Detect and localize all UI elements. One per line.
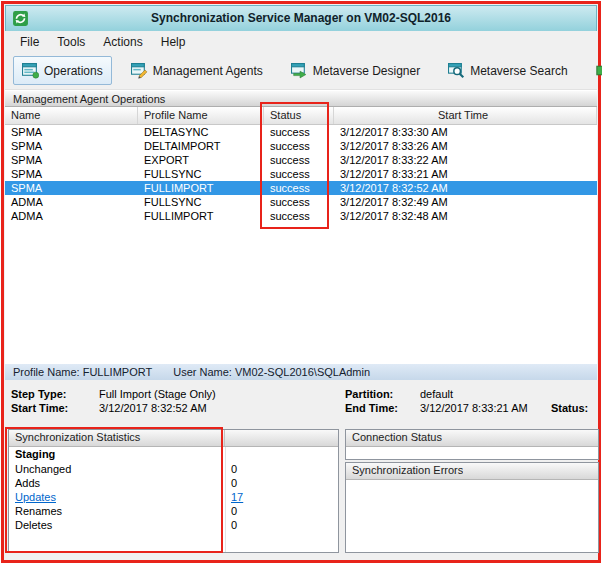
app-window: Synchronization Service Manager on VM02-… (1, 1, 601, 563)
op-name: ADMA (5, 196, 138, 208)
step-type-label: Step Type: (11, 388, 66, 400)
connection-status-title: Connection Status (346, 430, 442, 446)
stat-value: 0 (231, 504, 237, 518)
sync-statistics-body: Staging Unchanged 0 Adds 0 Updates 17 Re… (9, 447, 338, 552)
stat-updates-count-link[interactable]: 17 (231, 490, 243, 504)
op-profile: FULLIMPORT (138, 210, 264, 222)
menu-item-file[interactable]: File (11, 33, 48, 51)
op-name: SPMA (5, 168, 138, 180)
menu-item-actions[interactable]: Actions (94, 33, 151, 51)
toolbar-button-metaverse-designer[interactable]: Metaverse Designer (282, 56, 429, 85)
toolbar-button-label: Metaverse Designer (313, 64, 420, 78)
op-start-time: 3/12/2017 8:33:22 AM (334, 154, 597, 166)
toolbar-button-joiner[interactable]: Joiner (587, 56, 602, 85)
stat-row-renames: Renames 0 (9, 504, 338, 518)
stat-row-adds: Adds 0 (9, 476, 338, 490)
op-name: SPMA (5, 126, 138, 138)
op-profile: DELTAIMPORT (138, 140, 264, 152)
operation-row[interactable]: SPMA EXPORT success 3/12/2017 8:33:22 AM (5, 153, 597, 167)
op-profile: FULLIMPORT (138, 182, 264, 194)
start-time-value: 3/12/2017 8:32:52 AM (99, 402, 207, 414)
operations-list-header: Name Profile Name Status Start Time (5, 107, 597, 125)
op-name: SPMA (5, 182, 138, 194)
operation-row[interactable]: ADMA FULLSYNC success 3/12/2017 8:32:49 … (5, 195, 597, 209)
op-profile: FULLSYNC (138, 196, 264, 208)
stats-group-staging: Staging (15, 447, 338, 462)
menu-bar: File Tools Actions Help (5, 31, 597, 52)
operation-row[interactable]: SPMA FULLSYNC success 3/12/2017 8:33:21 … (5, 167, 597, 181)
toolbar-button-operations[interactable]: Operations (13, 56, 112, 85)
toolbar: Operations Management Agents Metaverse D… (5, 52, 597, 90)
op-profile: FULLSYNC (138, 168, 264, 180)
op-start-time: 3/12/2017 8:32:52 AM (334, 182, 597, 194)
op-name: SPMA (5, 154, 138, 166)
stat-label: Unchanged (15, 463, 71, 475)
op-status: success (264, 126, 334, 138)
op-start-time: 3/12/2017 8:33:26 AM (334, 140, 597, 152)
section-header-management-agent-operations: Management Agent Operations (5, 90, 597, 107)
column-header-status[interactable]: Status (264, 107, 334, 124)
toolbar-button-management-agents[interactable]: Management Agents (122, 56, 272, 85)
window-title: Synchronization Service Manager on VM02-… (6, 6, 596, 31)
op-status: success (264, 210, 334, 222)
end-time-value: 3/12/2017 8:33:21 AM (420, 402, 528, 414)
toolbar-button-metaverse-search[interactable]: Metaverse Search (439, 56, 576, 85)
sync-statistics-value-column (225, 430, 231, 446)
title-bar[interactable]: Synchronization Service Manager on VM02-… (5, 5, 597, 32)
stat-value: 0 (231, 476, 237, 490)
sync-errors-panel: Synchronization Errors (345, 462, 599, 553)
operation-row[interactable]: SPMA DELTASYNC success 3/12/2017 8:33:30… (5, 125, 597, 139)
operation-row-selected[interactable]: SPMA FULLIMPORT success 3/12/2017 8:32:5… (5, 181, 597, 195)
run-details: Step Type: Full Import (Stage Only) Part… (5, 380, 597, 428)
start-time-label: Start Time: (11, 402, 68, 414)
stat-value: 0 (231, 462, 237, 476)
step-type-value: Full Import (Stage Only) (99, 388, 216, 400)
op-name: SPMA (5, 140, 138, 152)
sync-errors-title: Synchronization Errors (346, 463, 463, 479)
partition-value: default (420, 388, 453, 400)
menu-item-tools[interactable]: Tools (48, 33, 94, 51)
op-name: ADMA (5, 210, 138, 222)
op-status: success (264, 140, 334, 152)
stat-label: Deletes (15, 519, 52, 531)
op-status: success (264, 196, 334, 208)
op-start-time: 3/12/2017 8:33:21 AM (334, 168, 597, 180)
column-header-profile-name[interactable]: Profile Name (138, 107, 264, 124)
operation-row[interactable]: ADMA FULLIMPORT success 3/12/2017 8:32:4… (5, 209, 597, 223)
partition-label: Partition: (345, 388, 393, 400)
op-start-time: 3/12/2017 8:33:30 AM (334, 126, 597, 138)
op-start-time: 3/12/2017 8:32:49 AM (334, 196, 597, 208)
sync-statistics-title: Synchronization Statistics (9, 430, 225, 446)
op-profile: EXPORT (138, 154, 264, 166)
joiner-icon (596, 62, 602, 79)
operations-list-body: SPMA DELTASYNC success 3/12/2017 8:33:30… (5, 125, 597, 223)
stat-label: Renames (15, 505, 62, 517)
op-status: success (264, 154, 334, 166)
column-header-name[interactable]: Name (5, 107, 138, 124)
op-status: success (264, 182, 334, 194)
sync-statistics-header: Synchronization Statistics (9, 430, 338, 447)
toolbar-button-label: Metaverse Search (470, 64, 567, 78)
column-header-start-time[interactable]: Start Time (334, 107, 597, 124)
stat-updates-link[interactable]: Updates (15, 491, 56, 503)
stat-value: 0 (231, 518, 237, 532)
operations-list: Name Profile Name Status Start Time SPMA… (5, 107, 597, 365)
toolbar-button-label: Management Agents (153, 64, 263, 78)
op-profile: DELTASYNC (138, 126, 264, 138)
end-time-label: End Time: (345, 402, 398, 414)
management-agents-icon (131, 62, 148, 79)
stat-row-updates: Updates 17 (9, 490, 338, 504)
details-user-name: User Name: VM02-SQL2016\SQLAdmin (173, 366, 370, 378)
sync-errors-header: Synchronization Errors (346, 463, 598, 480)
sync-statistics-panel: Synchronization Statistics Staging Uncha… (8, 429, 339, 553)
connection-status-header: Connection Status (346, 430, 598, 447)
op-status: success (264, 168, 334, 180)
stat-label: Adds (15, 477, 40, 489)
status-label: Status: (551, 402, 588, 414)
connection-status-panel: Connection Status (345, 429, 599, 460)
toolbar-button-label: Operations (44, 64, 103, 78)
operation-row[interactable]: SPMA DELTAIMPORT success 3/12/2017 8:33:… (5, 139, 597, 153)
details-profile-name: Profile Name: FULLIMPORT (13, 366, 152, 378)
menu-item-help[interactable]: Help (152, 33, 195, 51)
metaverse-search-icon (448, 62, 465, 79)
